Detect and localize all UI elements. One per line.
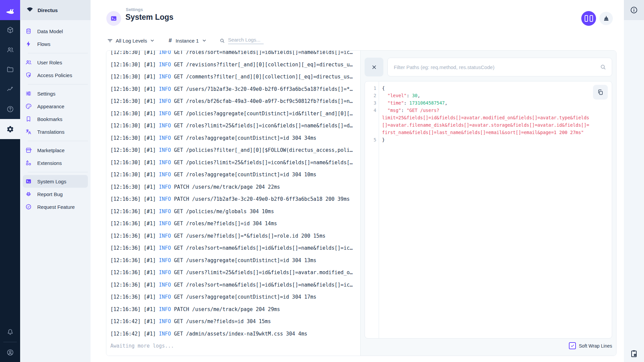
log-row[interactable]: [12:16:36] [#1] INFO GET /policies/me/gl… xyxy=(110,205,360,218)
sidebar-item-user-roles[interactable]: User Roles xyxy=(23,56,88,69)
directus-logo[interactable] xyxy=(0,0,20,20)
log-timestamp: [12:16:36] [#1] xyxy=(110,233,159,239)
search-logs[interactable]: Search Logs... xyxy=(219,37,264,44)
log-row[interactable]: [12:16:42] [#1] INFO GET /admin/assets/i… xyxy=(110,328,360,340)
log-level: INFO xyxy=(159,306,171,312)
sidebar-item-extensions[interactable]: Extensions xyxy=(23,157,88,169)
log-row[interactable]: [12:16:30] [#1] INFO GET /policies?filte… xyxy=(110,144,360,157)
log-timestamp: [12:16:36] [#1] xyxy=(110,196,159,202)
log-level-filter[interactable]: All Log Levels xyxy=(107,38,155,44)
log-row[interactable]: [12:16:30] [#1] INFO GET /users/71b2af3e… xyxy=(110,83,360,96)
log-timestamp: [12:16:30] [#1] xyxy=(110,51,159,55)
store-icon xyxy=(25,147,32,154)
filter-bar: All Log Levels # Instance 1 Search Logs.… xyxy=(107,37,264,44)
log-level: INFO xyxy=(159,221,171,227)
check-icon xyxy=(570,344,575,348)
sidebar-item-marketplace[interactable]: Marketplace xyxy=(23,144,88,157)
log-row[interactable]: [12:16:36] [#1] INFO GET /users?limit=25… xyxy=(110,266,360,279)
sidebar-item-appearance[interactable]: Appearance xyxy=(23,100,88,113)
activity-button[interactable] xyxy=(630,349,638,358)
log-timestamp: [12:16:30] [#1] xyxy=(110,135,159,141)
log-level: INFO xyxy=(159,135,171,141)
bolt-icon xyxy=(25,41,32,47)
log-message: GET /roles?aggregate[countDistinct]=id 3… xyxy=(171,135,316,141)
module-files-icon[interactable] xyxy=(0,60,20,79)
folder-icon xyxy=(6,66,14,73)
log-row[interactable]: [12:16:30] [#1] INFO GET /revisions?filt… xyxy=(110,59,360,71)
bell-icon xyxy=(6,328,14,336)
log-timestamp: [12:16:36] [#1] xyxy=(110,282,159,288)
log-row[interactable]: [12:16:30] [#1] INFO GET /roles?limit=25… xyxy=(110,120,360,132)
log-row[interactable]: [12:16:30] [#1] INFO GET /roles/bf26cfab… xyxy=(110,95,360,108)
log-list: [12:16:30] [#1] INFO GET /roles?sort=nam… xyxy=(110,51,360,340)
sidebar-item-label: User Roles xyxy=(37,60,62,65)
log-row[interactable]: [12:16:36] [#1] INFO GET /users/me?field… xyxy=(110,230,360,242)
code-line: { xyxy=(382,84,591,92)
log-row[interactable]: [12:16:36] [#1] INFO GET /roles/me?field… xyxy=(110,218,360,230)
log-level: INFO xyxy=(159,172,171,178)
bug-icon xyxy=(25,191,32,197)
people-icon xyxy=(25,59,32,66)
line-number: 3 xyxy=(365,99,376,107)
sidebar-item-settings[interactable]: Settings xyxy=(23,87,88,100)
log-row[interactable]: [12:16:36] [#1] INFO GET /users?aggregat… xyxy=(110,254,360,267)
copy-json-button[interactable] xyxy=(593,85,608,100)
log-timestamp: [12:16:30] [#1] xyxy=(110,98,159,104)
sidebar-item-system-logs[interactable]: System Logs xyxy=(23,175,88,188)
soft-wrap-toggle[interactable]: Soft Wrap Lines xyxy=(365,342,612,349)
log-row[interactable]: [12:16:36] [#1] INFO GET /users?aggregat… xyxy=(110,291,360,303)
log-level: INFO xyxy=(159,184,171,190)
sidebar-item-translations[interactable]: Translations xyxy=(23,125,88,138)
sidebar-item-bookmarks[interactable]: Bookmarks xyxy=(23,113,88,125)
log-level: INFO xyxy=(159,160,171,166)
log-row[interactable]: [12:16:42] [#1] INFO GET /users/me?field… xyxy=(110,315,360,328)
log-row[interactable]: [12:16:30] [#1] INFO GET /roles?sort=nam… xyxy=(110,51,360,59)
log-row[interactable]: [12:16:36] [#1] INFO PATCH /users/71b2af… xyxy=(110,193,360,205)
log-row[interactable]: [12:16:30] [#1] INFO GET /roles?aggregat… xyxy=(110,132,360,144)
log-level: INFO xyxy=(159,62,171,68)
log-stream-pane[interactable]: [12:16:30] [#1] INFO GET /roles?sort=nam… xyxy=(106,51,360,356)
log-row[interactable]: [12:16:30] [#1] INFO GET /policies?limit… xyxy=(110,157,360,169)
module-users-icon[interactable] xyxy=(0,40,20,60)
seal-icon xyxy=(25,203,32,210)
filter-paths-input[interactable] xyxy=(393,64,597,70)
module-content-icon[interactable] xyxy=(0,20,20,40)
notifications-button[interactable] xyxy=(0,322,20,342)
log-timestamp: [12:16:36] [#1] xyxy=(110,306,159,312)
sidebar-item-flows[interactable]: Flows xyxy=(23,38,88,50)
log-row[interactable]: [12:16:36] [#1] INFO PATCH /users/me/tra… xyxy=(110,303,360,316)
instance-filter[interactable]: # Instance 1 xyxy=(167,37,207,44)
info-button[interactable] xyxy=(630,6,638,14)
close-detail-button[interactable] xyxy=(365,58,383,76)
sidebar-item-access-policies[interactable]: Access Policies xyxy=(23,69,88,81)
account-icon xyxy=(6,349,14,356)
soft-wrap-checkbox[interactable] xyxy=(569,342,576,349)
log-row[interactable]: [12:16:36] [#1] INFO GET /roles?sort=nam… xyxy=(110,242,360,254)
db-icon xyxy=(25,28,32,35)
log-row[interactable]: [12:16:30] [#1] INFO GET /roles?aggregat… xyxy=(110,169,360,181)
sidebar-item-request-feature[interactable]: Request Feature xyxy=(23,200,88,213)
module-settings-icon[interactable] xyxy=(0,119,20,139)
breadcrumb[interactable]: Settings xyxy=(126,7,143,12)
terminal-icon xyxy=(25,178,32,185)
clear-logs-button[interactable] xyxy=(599,12,613,25)
log-json-viewer[interactable]: 12345 { "level": 30, "time": 17310645875… xyxy=(365,81,612,339)
log-row[interactable]: [12:16:36] [#1] INFO GET /roles?sort=nam… xyxy=(110,279,360,291)
page-title: System Logs xyxy=(125,13,173,22)
log-row[interactable]: [12:16:30] [#1] INFO GET /comments?filte… xyxy=(110,71,360,83)
log-row[interactable]: [12:16:30] [#1] INFO PATCH /users/me/tra… xyxy=(110,181,360,193)
search-logs-input[interactable]: Search Logs... xyxy=(228,37,264,44)
log-timestamp: [12:16:36] [#1] xyxy=(110,294,159,300)
sidebar-item-data-model[interactable]: Data Model xyxy=(23,25,88,38)
log-message: GET /roles?sort=name&fields[]=id&fields[… xyxy=(171,282,353,288)
pause-logs-button[interactable] xyxy=(581,11,596,26)
module-docs-icon[interactable] xyxy=(0,99,20,119)
code-line: "msg": "GET /users?limit=25&fields[]=id&… xyxy=(382,107,591,136)
project-chooser[interactable]: Directus xyxy=(20,0,91,20)
log-row[interactable]: [12:16:30] [#1] INFO GET /policies?aggre… xyxy=(110,108,360,120)
sidebar-item-report-bug[interactable]: Report Bug xyxy=(23,188,88,200)
category-icon xyxy=(25,160,32,166)
filter-lines-icon xyxy=(107,38,113,44)
module-insights-icon[interactable] xyxy=(0,79,20,99)
user-avatar[interactable] xyxy=(0,343,20,362)
